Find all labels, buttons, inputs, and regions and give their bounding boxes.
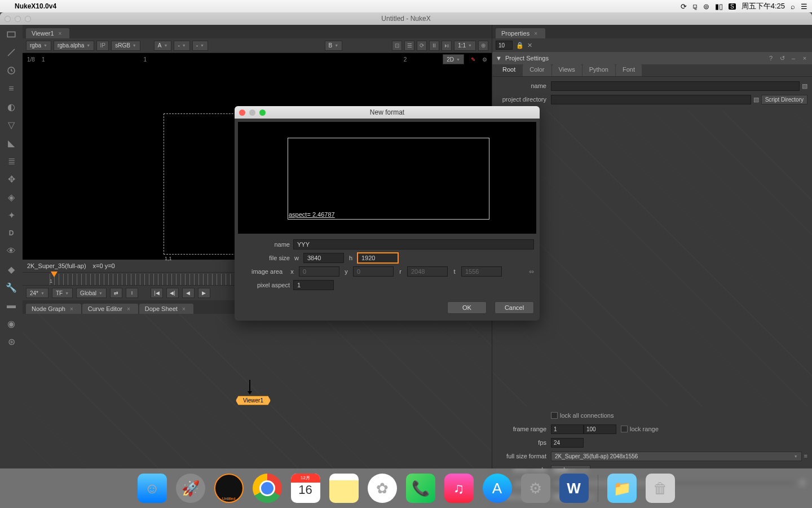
range-mode-dropdown[interactable]: Global▼ [76,288,107,298]
zoom-icon[interactable] [25,16,31,22]
close-icon[interactable] [5,16,11,22]
sync-icon[interactable]: ⟳ [681,2,687,11]
tool-particles-icon[interactable]: ✦ [5,209,17,221]
height-input[interactable] [358,253,398,263]
refresh-icon[interactable]: ⟳ [417,41,427,51]
props-count-input[interactable] [496,41,513,50]
photos-icon[interactable]: ✿ [368,474,397,503]
zoom-dropdown[interactable]: 1:1▼ [454,41,476,51]
playhead-icon[interactable] [51,271,58,277]
name-input[interactable] [551,81,800,91]
i-button[interactable]: I [126,288,138,298]
project-dir-input[interactable] [551,95,751,104]
goto-start-button[interactable]: |◀ [151,288,163,298]
tool-merge-icon[interactable]: ≣ [5,155,17,167]
dialog-minimize-icon[interactable] [249,110,255,116]
play-back-button[interactable]: ◀ [182,288,195,298]
trash-icon[interactable]: 🗑 [646,474,675,503]
fps-dropdown[interactable]: 24*▼ [26,288,48,298]
battery-icon[interactable]: ▮▯ [715,2,723,11]
tab-properties[interactable]: Properties× [496,28,545,38]
tool-channel-icon[interactable]: ≡ [5,82,17,95]
tab-curve-editor[interactable]: Curve Editor× [82,304,138,314]
input-icon[interactable]: S [729,3,736,10]
tab-node-graph[interactable]: Node Graph× [26,304,81,314]
step-back-button[interactable]: ◀| [166,288,179,298]
wifi-icon[interactable]: ⊚ [703,2,709,11]
view-mode-dropdown[interactable]: 2D▼ [443,54,464,64]
subtab-color[interactable]: Color [523,64,551,76]
close-tab-icon[interactable]: × [182,306,186,312]
list-icon[interactable]: ☰ [404,41,414,51]
input-dash-dropdown[interactable]: -▼ [174,41,189,51]
close-tab-icon[interactable]: × [127,306,130,312]
itunes-icon[interactable]: ♫ [444,474,474,503]
frame-end-input[interactable] [584,424,616,434]
tool-image-icon[interactable] [5,28,17,41]
lock-range-checkbox[interactable] [621,426,628,432]
tf-dropdown[interactable]: TF▼ [52,288,73,298]
fps-input[interactable] [551,438,584,448]
subtab-views[interactable]: Views [552,64,582,76]
format-name-input[interactable] [293,239,534,249]
facetime-icon[interactable]: 📞 [406,474,435,503]
downloads-icon[interactable]: 📁 [607,474,637,503]
link-icon[interactable]: ⇔ [529,268,534,275]
tool-deep-icon[interactable]: D [5,227,17,239]
tool-views-icon[interactable]: 👁 [5,245,17,257]
nuke-icon[interactable] [214,474,244,503]
colorspace-dropdown[interactable]: sRGB▼ [111,41,140,51]
word-icon[interactable]: W [559,474,589,503]
tool-all-icon[interactable]: ⊛ [5,335,17,348]
dialog-titlebar[interactable]: New format [235,106,540,119]
lock-icon[interactable]: 🔒 [516,42,524,49]
clock[interactable]: 周五下午4:25 [742,1,785,11]
frame-start-input[interactable] [551,424,584,434]
tool-keyer-icon[interactable]: ◣ [5,137,17,149]
ip-button[interactable]: IP [96,41,109,51]
folder-icon[interactable]: ▧ [802,82,807,90]
tool-3d-icon[interactable]: ◈ [5,191,17,203]
app-name[interactable]: NukeX10.0v4 [15,2,56,10]
alpha-dropdown[interactable]: rgba.alpha▼ [54,41,94,51]
minimize-panel-icon[interactable]: – [789,55,797,62]
play-fwd-button[interactable]: ▶ [198,288,210,298]
viewer-node[interactable]: Viewer1 [236,396,271,405]
spotlight-icon[interactable]: ⌕ [791,2,795,11]
subtab-python[interactable]: Python [582,64,615,76]
disclosure-icon[interactable]: ▼ [496,55,502,62]
input-dash2-dropdown[interactable]: -▼ [192,41,208,51]
tab-dope-sheet[interactable]: Dope Sheet× [139,304,193,314]
finder-icon[interactable]: ☺ [138,474,167,503]
tool-color-icon[interactable]: ◐ [5,100,17,113]
subtab-root[interactable]: Root [496,64,522,76]
close-tab-icon[interactable]: × [59,30,62,37]
input-b-dropdown[interactable]: B▼ [325,41,343,51]
equals-icon[interactable]: = [804,453,807,459]
subtab-font[interactable]: Font [616,64,642,76]
cancel-button[interactable]: Cancel [495,301,534,314]
chrome-icon[interactable] [253,474,282,503]
tool-metadata-icon[interactable]: ◆ [5,263,17,275]
width-input[interactable] [303,253,344,263]
close-panel-icon[interactable]: × [801,55,809,62]
tool-transform-icon[interactable]: ✥ [5,173,17,185]
sync-button[interactable]: ⇄ [110,288,122,298]
close-tab-icon[interactable]: × [70,306,73,312]
pause-icon[interactable]: ⏯ [442,41,452,51]
notes-icon[interactable] [329,474,359,503]
minimize-icon[interactable] [15,16,21,22]
menu-icon[interactable]: ☰ [801,2,807,11]
tool-other-icon[interactable]: ▬ [5,299,17,312]
script-dir-button[interactable]: Script Directory [761,95,807,104]
dialog-zoom-icon[interactable] [259,110,266,116]
calendar-icon[interactable]: 12月16 [291,474,320,503]
full-size-dropdown[interactable]: 2K_Super_35(full-ap) 2048x1556▼ [551,452,802,461]
appstore-icon[interactable]: A [483,474,512,503]
settings-icon[interactable]: ⚙ [482,56,487,63]
launchpad-icon[interactable]: 🚀 [176,474,205,503]
folder-icon[interactable]: ▧ [753,96,759,103]
clear-icon[interactable]: ✕ [527,42,532,49]
pixel-aspect-input[interactable] [293,280,334,290]
input-a-dropdown[interactable]: A▼ [154,41,172,51]
